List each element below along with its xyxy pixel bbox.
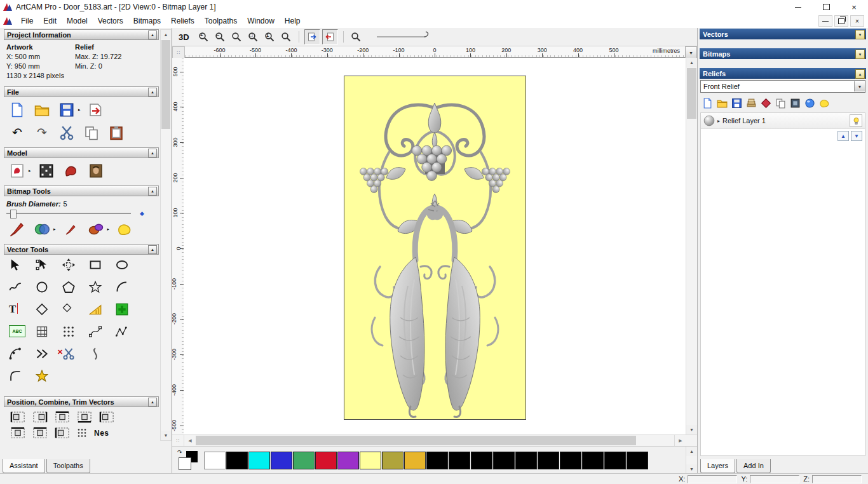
model-section-header[interactable]: Model ▲ bbox=[4, 147, 159, 158]
palette-colour-15[interactable] bbox=[538, 452, 559, 469]
palette-colour-9[interactable] bbox=[404, 452, 426, 469]
paragraph-text-icon[interactable] bbox=[36, 325, 62, 347]
chevron-down-icon[interactable]: ▼ bbox=[854, 81, 865, 91]
palette-colour-3[interactable] bbox=[271, 452, 292, 469]
duplicate-relief-icon[interactable] bbox=[775, 98, 786, 109]
palette-colour-12[interactable] bbox=[471, 452, 492, 469]
new-relief-icon[interactable] bbox=[702, 98, 713, 109]
paste-vectors-icon[interactable] bbox=[116, 303, 142, 325]
scrollbar-track[interactable] bbox=[196, 435, 674, 446]
mirror-vectors-icon[interactable] bbox=[77, 427, 87, 439]
flyout-arrow-icon[interactable]: ▸ bbox=[29, 168, 31, 173]
move-layer-up-button[interactable]: ▲ bbox=[837, 131, 849, 141]
text-block-icon[interactable]: ABC bbox=[9, 325, 36, 347]
fit-curve-icon[interactable] bbox=[89, 325, 116, 347]
relief-library-icon[interactable] bbox=[746, 98, 757, 109]
canvas-horizontal-scrollbar[interactable]: ∷ ◀ ▶ bbox=[172, 434, 697, 446]
greeting-card-icon[interactable] bbox=[8, 162, 27, 180]
tab-toolpaths[interactable]: Toolpaths bbox=[46, 459, 90, 473]
mdi-restore-button[interactable] bbox=[834, 15, 848, 27]
scroll-up-arrow[interactable]: ▲ bbox=[161, 30, 171, 39]
zoom-box-icon[interactable]: □ bbox=[246, 30, 261, 44]
menu-bitmaps[interactable]: Bitmaps bbox=[128, 15, 166, 27]
palette-colour-13[interactable] bbox=[493, 452, 515, 469]
create-rectangle-icon[interactable] bbox=[89, 259, 116, 281]
undo-icon[interactable]: ↶ bbox=[8, 124, 27, 142]
sculpt-relief-icon[interactable] bbox=[804, 98, 815, 109]
scroll-up-arrow[interactable]: ▲ bbox=[686, 447, 697, 456]
scroll-down-arrow[interactable]: ▼ bbox=[161, 431, 171, 440]
vectors-section-header[interactable]: Vectors ▼ bbox=[700, 29, 866, 39]
tab-layers[interactable]: Layers bbox=[700, 459, 735, 473]
new-model-icon[interactable] bbox=[8, 101, 27, 119]
arc-fit-icon[interactable] bbox=[9, 347, 36, 370]
window-maximize-button[interactable] bbox=[812, 0, 840, 14]
window-close-button[interactable]: × bbox=[840, 0, 868, 14]
load-bitmap-icon[interactable] bbox=[86, 162, 105, 180]
menu-model[interactable]: Model bbox=[62, 15, 93, 27]
copy-icon[interactable] bbox=[82, 124, 101, 142]
menu-file[interactable]: File bbox=[16, 15, 38, 27]
mdi-minimize-button[interactable] bbox=[818, 15, 832, 27]
flyout-arrow-icon[interactable]: ▸ bbox=[78, 107, 81, 112]
primary-secondary-colour-icon[interactable]: ↷ bbox=[177, 451, 199, 470]
palette-colour-6[interactable] bbox=[337, 452, 359, 469]
collapse-button[interactable]: ▲ bbox=[148, 30, 157, 39]
tab-add-in[interactable]: Add In bbox=[736, 459, 771, 473]
scrollbar-thumb[interactable] bbox=[161, 40, 170, 129]
scrollbar-thumb[interactable] bbox=[687, 68, 696, 119]
expand-button[interactable]: ▼ bbox=[855, 30, 865, 39]
space-evenly-icon[interactable] bbox=[32, 427, 48, 439]
create-arc-icon[interactable] bbox=[116, 281, 142, 303]
project-information-header[interactable]: Project Information ▲ bbox=[4, 29, 159, 40]
create-polygon-icon[interactable] bbox=[62, 281, 89, 303]
canvas-vertical-scrollbar[interactable]: ▲ ▼ bbox=[686, 58, 697, 434]
ruler-unit-dropdown[interactable]: ▼ bbox=[685, 46, 697, 59]
align-right-icon[interactable] bbox=[32, 411, 48, 423]
save-model-icon[interactable] bbox=[57, 101, 76, 119]
align-left-icon[interactable] bbox=[10, 411, 25, 423]
collapse-button[interactable]: ▲ bbox=[148, 88, 157, 97]
tab-assistant[interactable]: Assistant bbox=[3, 459, 45, 473]
set-model-size-icon[interactable] bbox=[37, 162, 56, 180]
flyout-arrow-icon[interactable]: ▸ bbox=[53, 227, 56, 232]
offset-vectors-icon[interactable] bbox=[89, 303, 116, 325]
delete-relief-icon[interactable] bbox=[761, 98, 771, 109]
transform-vectors-icon[interactable] bbox=[62, 259, 89, 281]
scroll-right-arrow[interactable]: ▶ bbox=[674, 435, 686, 446]
menu-toolpaths[interactable]: Toolpaths bbox=[200, 15, 242, 27]
trim-vectors-icon[interactable]: ✕ bbox=[62, 347, 89, 370]
palette-colour-14[interactable] bbox=[515, 452, 537, 469]
zoom-1to1-icon[interactable]: 1 bbox=[262, 30, 277, 44]
expand-button[interactable]: ▼ bbox=[855, 50, 865, 59]
relief-tools-icon[interactable] bbox=[819, 98, 830, 109]
pan-corner-button[interactable]: ∷ bbox=[172, 435, 184, 446]
create-ellipse-icon[interactable] bbox=[116, 259, 142, 281]
palette-colour-18[interactable] bbox=[604, 452, 626, 469]
flyout-arrow-icon[interactable]: ▸ bbox=[107, 227, 110, 232]
brush-diameter-slider[interactable] bbox=[6, 213, 131, 214]
vector-tools-header[interactable]: Vector Tools ▲ bbox=[4, 244, 159, 255]
layer-visibility-button[interactable] bbox=[850, 114, 862, 127]
cut-icon[interactable] bbox=[57, 124, 76, 142]
section-profile-icon[interactable] bbox=[89, 347, 116, 370]
menu-vectors[interactable]: Vectors bbox=[93, 15, 128, 27]
create-polyline-icon[interactable] bbox=[9, 281, 36, 303]
create-star-icon[interactable] bbox=[89, 281, 116, 303]
scroll-down-arrow[interactable]: ▼ bbox=[686, 464, 697, 474]
measure-icon[interactable] bbox=[36, 303, 62, 325]
collapse-button[interactable]: ▲ bbox=[148, 245, 157, 254]
scroll-down-arrow[interactable]: ▼ bbox=[686, 425, 697, 434]
swap-colours-icon[interactable]: ↷ bbox=[177, 449, 182, 455]
palette-colour-17[interactable] bbox=[582, 452, 604, 469]
group-vectors-icon[interactable] bbox=[55, 427, 70, 439]
collapse-button[interactable]: ▲ bbox=[148, 149, 157, 158]
bitmaps-section-header[interactable]: Bitmaps ▼ bbox=[700, 48, 866, 59]
relief-stamp-icon[interactable] bbox=[62, 162, 81, 180]
palette-colour-1[interactable] bbox=[226, 452, 248, 469]
save-relief-icon[interactable] bbox=[731, 98, 742, 109]
palette-colour-0[interactable] bbox=[204, 452, 226, 469]
menu-edit[interactable]: Edit bbox=[38, 15, 62, 27]
shape-editor-icon[interactable] bbox=[86, 220, 105, 238]
node-editing-icon[interactable] bbox=[36, 259, 62, 281]
